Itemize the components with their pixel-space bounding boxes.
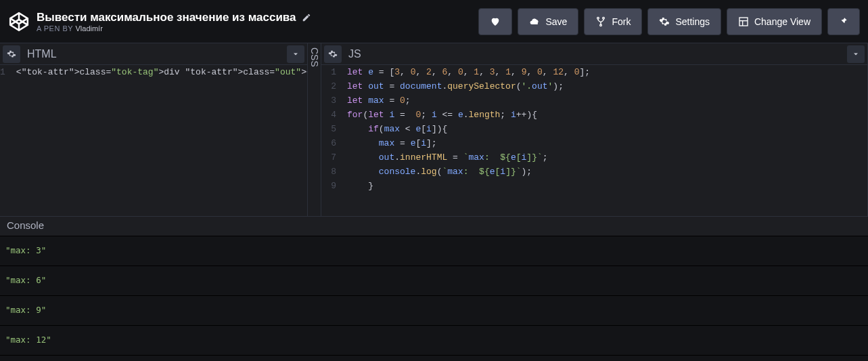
console-header[interactable]: Console: [0, 216, 868, 236]
change-view-button[interactable]: Change View: [727, 8, 822, 35]
console-line: "max: 12": [0, 326, 868, 356]
save-button[interactable]: Save: [518, 8, 578, 35]
layout-icon: [738, 16, 749, 27]
settings-button[interactable]: Settings: [647, 8, 721, 35]
js-code-editor[interactable]: 1 2 3 4 5 6 7 8 9 let e = [3, 0, 2, 6, 0…: [321, 65, 867, 216]
console-line: "max: 6": [0, 266, 868, 296]
pin-icon: [839, 17, 848, 26]
console-body: "max: 3""max: 6""max: 9""max: 12": [0, 236, 868, 356]
pen-title: Вывести максимальное значение из массива: [37, 11, 296, 24]
js-panel-menu[interactable]: [847, 45, 865, 63]
svg-point-1: [603, 17, 605, 19]
gear-icon: [328, 49, 338, 59]
html-code-editor[interactable]: 1 <"tok-attr">class="tok-tag">div "tok-a…: [0, 65, 307, 216]
gear-icon: [7, 49, 16, 59]
toolbar: Save Fork Settings Change View: [478, 8, 860, 35]
svg-point-0: [597, 17, 599, 19]
html-settings-button[interactable]: [3, 45, 20, 63]
love-button[interactable]: [478, 8, 512, 35]
editors-row: HTML 1 <"tok-attr">class="tok-tag">div "…: [0, 43, 868, 216]
svg-rect-3: [739, 18, 748, 26]
pen-byline: A PEN BY Vladimír: [37, 24, 478, 33]
css-panel-collapsed[interactable]: CSS: [308, 43, 321, 216]
fork-icon: [595, 16, 606, 27]
author-link[interactable]: Vladimír: [76, 24, 103, 33]
pin-button[interactable]: [827, 8, 860, 35]
chevron-down-icon: [292, 50, 300, 58]
gear-icon: [659, 16, 670, 27]
heart-icon: [490, 16, 501, 27]
cloud-icon: [529, 16, 540, 27]
gutter: 1: [0, 65, 11, 216]
js-panel-label: JS: [344, 48, 844, 60]
console-line: "max: 9": [0, 296, 868, 326]
codepen-logo-icon: [8, 11, 30, 33]
code: <"tok-attr">class="tok-tag">div "tok-att…: [11, 65, 307, 216]
html-panel-menu[interactable]: [287, 45, 304, 63]
fork-button[interactable]: Fork: [584, 8, 642, 35]
html-panel: HTML 1 <"tok-attr">class="tok-tag">div "…: [0, 43, 308, 216]
svg-point-2: [600, 24, 602, 26]
html-panel-label: HTML: [23, 48, 284, 60]
edit-title-icon[interactable]: [302, 13, 311, 22]
html-panel-header: HTML: [0, 43, 307, 65]
js-panel: JS 1 2 3 4 5 6 7 8 9 let e = [3, 0, 2, 6…: [321, 43, 868, 216]
gutter: 1 2 3 4 5 6 7 8 9: [321, 65, 342, 216]
chevron-down-icon: [852, 50, 860, 58]
css-panel-label: CSS: [308, 43, 321, 216]
pen-meta: Вывести максимальное значение из массива…: [37, 11, 478, 33]
header: Вывести максимальное значение из массива…: [0, 0, 868, 43]
js-panel-header: JS: [321, 43, 867, 65]
code: let e = [3, 0, 2, 6, 0, 1, 3, 1, 9, 0, 1…: [342, 65, 590, 216]
js-settings-button[interactable]: [324, 45, 342, 63]
console-line: "max: 3": [0, 236, 868, 266]
